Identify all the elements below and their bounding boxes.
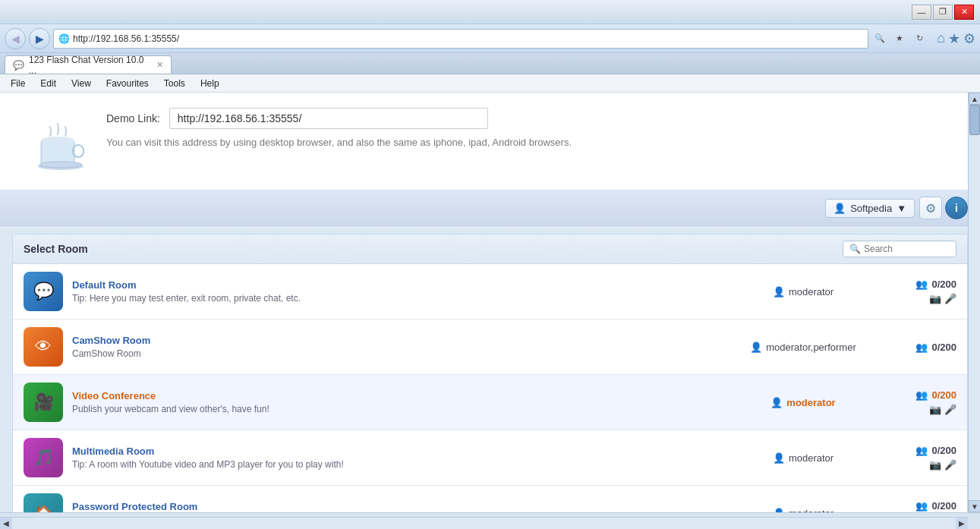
minimize-button[interactable]: — (912, 5, 931, 20)
restore-button[interactable]: ❐ (933, 5, 953, 20)
main-area: Demo Link: You can visit this address by… (0, 93, 980, 512)
scroll-up-button[interactable]: ▲ (969, 93, 980, 105)
scroll-track[interactable] (969, 105, 980, 500)
room-count-video: 👥 0/200 (915, 389, 956, 401)
settings-button[interactable]: ⚙ (919, 197, 942, 219)
room-name-video[interactable]: Video Conference (72, 390, 718, 401)
room-info-default: Default Room Tip: Here you may test ente… (72, 279, 718, 304)
room-right-password: 👥 0/200 🔒 🎤 (888, 500, 956, 512)
camera-icon: 📷 (929, 459, 941, 471)
room-header: Select Room 🔍 (13, 235, 967, 264)
browser-window: — ❐ ✕ ◀ ▶ 🌐 http://192.168.56.1:35555/ 🔍… (0, 0, 980, 529)
room-icon-default: 💬 (24, 272, 63, 311)
chevron-down-icon: ▼ (896, 203, 906, 214)
room-right-video: 👥 0/200 📷 🎤 (888, 389, 956, 415)
coffee-icon-wrap (30, 108, 91, 175)
menu-tools[interactable]: Tools (156, 74, 193, 93)
mod-person-icon: 👤 (773, 286, 785, 298)
favorites-button[interactable]: ★ (891, 30, 908, 47)
room-name-password[interactable]: Password Protected Room (72, 501, 718, 512)
active-tab[interactable]: 💬 123 Flash Chat Version 10.0 ... ✕ (5, 55, 172, 74)
mic-icon: 🎤 (944, 293, 956, 304)
menu-help[interactable]: Help (193, 74, 227, 93)
search-input[interactable] (864, 244, 947, 254)
demo-link-row: Demo Link: (106, 108, 950, 129)
room-name-camshow[interactable]: CamShow Room (72, 335, 718, 346)
demo-description: You can visit this address by using desk… (106, 137, 950, 148)
scroll-down-button[interactable]: ▼ (969, 500, 980, 512)
room-list: 💬 Default Room Tip: Here you may test en… (13, 264, 967, 512)
search-icon: 🔍 (849, 244, 861, 254)
room-count-label: 0/200 (931, 445, 956, 456)
people-count-icon: 👥 (915, 279, 928, 290)
refresh-button[interactable]: ↻ (911, 30, 928, 47)
demo-section: Demo Link: You can visit this address by… (0, 93, 980, 191)
room-mod-camshow: 👤 moderator,performer (750, 342, 856, 353)
info-button[interactable]: i (945, 197, 968, 219)
toolbar-icons: ⌂ ★ ⚙ (937, 30, 975, 47)
status-bar: ◀ ▶ (0, 512, 980, 529)
title-bar: — ❐ ✕ (0, 0, 980, 24)
menu-favourites[interactable]: Favourites (99, 74, 156, 93)
scroll-thumb[interactable] (969, 105, 980, 135)
room-count-default: 👥 0/200 (915, 279, 956, 290)
room-count-camshow: 👥 0/200 (915, 342, 956, 353)
room-count-multimedia: 👥 0/200 (915, 445, 956, 456)
settings-icon[interactable]: ⚙ (963, 30, 975, 47)
room-count-label: 0/200 (931, 342, 956, 353)
people-count-icon: 👥 (915, 389, 928, 401)
room-middle-video: 👤 moderator (727, 397, 879, 408)
vertical-scrollbar: ▲ ▼ (968, 93, 980, 512)
user-icon: 👤 (833, 203, 846, 214)
room-mod-video: 👤 moderator (770, 397, 835, 408)
scroll-right-button[interactable]: ▶ (956, 518, 968, 530)
search-addr-button[interactable]: 🔍 (871, 30, 888, 47)
menu-file[interactable]: File (3, 74, 33, 93)
svg-point-2 (41, 137, 74, 144)
room-middle-camshow: 👤 moderator,performer (727, 342, 879, 353)
favorites-icon[interactable]: ★ (948, 30, 960, 47)
people-count-icon: 👥 (915, 500, 928, 512)
room-icon-password: 🏠 🔒 (24, 493, 63, 512)
room-section: Select Room 🔍 💬 (12, 234, 968, 512)
room-mod-multimedia: 👤 moderator (773, 452, 833, 464)
back-button[interactable]: ◀ (5, 28, 26, 49)
room-info-video: Video Conference Publish your webcam and… (72, 390, 718, 414)
room-name-multimedia[interactable]: Multimedia Room (72, 446, 718, 457)
address-text: http://192.168.56.1:35555/ (73, 33, 179, 44)
search-box[interactable]: 🔍 (843, 241, 956, 257)
menu-bar: File Edit View Favourites Tools Help (0, 74, 980, 93)
scroll-h-track[interactable] (12, 518, 956, 529)
room-middle-multimedia: 👤 moderator (727, 452, 879, 464)
horizontal-scrollbar: ◀ ▶ (0, 517, 968, 529)
room-right-camshow: 👥 0/200 (888, 342, 956, 353)
address-favicon: 🌐 (58, 33, 70, 44)
room-info-multimedia: Multimedia Room Tip: A room with Youtube… (72, 446, 718, 470)
close-button[interactable]: ✕ (954, 5, 974, 20)
menu-view[interactable]: View (64, 74, 99, 93)
room-tip-multimedia: Tip: A room with Youtube video and MP3 p… (72, 459, 718, 470)
gear-icon: ⚙ (925, 201, 936, 216)
page-content: Demo Link: You can visit this address by… (0, 93, 980, 512)
demo-link-input[interactable] (169, 108, 488, 129)
room-info-password: Password Protected Room Tip: This room i… (72, 501, 718, 512)
user-button[interactable]: 👤 Softpedia ▼ (825, 199, 915, 218)
address-box[interactable]: 🌐 http://192.168.56.1:35555/ (53, 29, 868, 49)
room-mod-label: moderator (789, 452, 833, 464)
room-middle-password: 👤 moderator (727, 508, 879, 513)
room-tip-video: Publish your webcam and view other's, ha… (72, 404, 718, 414)
mod-person-icon: 👤 (750, 342, 762, 353)
menu-edit[interactable]: Edit (33, 74, 64, 93)
scroll-left-button[interactable]: ◀ (0, 518, 12, 530)
user-name: Softpedia (850, 203, 892, 214)
home-icon[interactable]: ⌂ (937, 30, 945, 47)
room-icon-video: 🎥 (24, 383, 63, 422)
room-count-label: 0/200 (931, 500, 956, 512)
room-mod-label: moderator,performer (766, 342, 856, 353)
tab-close-button[interactable]: ✕ (156, 60, 163, 70)
camera-icon: 📷 (929, 293, 941, 304)
room-name-default[interactable]: Default Room (72, 279, 718, 291)
mic-icon: 🎤 (944, 404, 956, 415)
forward-button[interactable]: ▶ (29, 28, 50, 49)
mic-icon: 🎤 (944, 459, 956, 471)
